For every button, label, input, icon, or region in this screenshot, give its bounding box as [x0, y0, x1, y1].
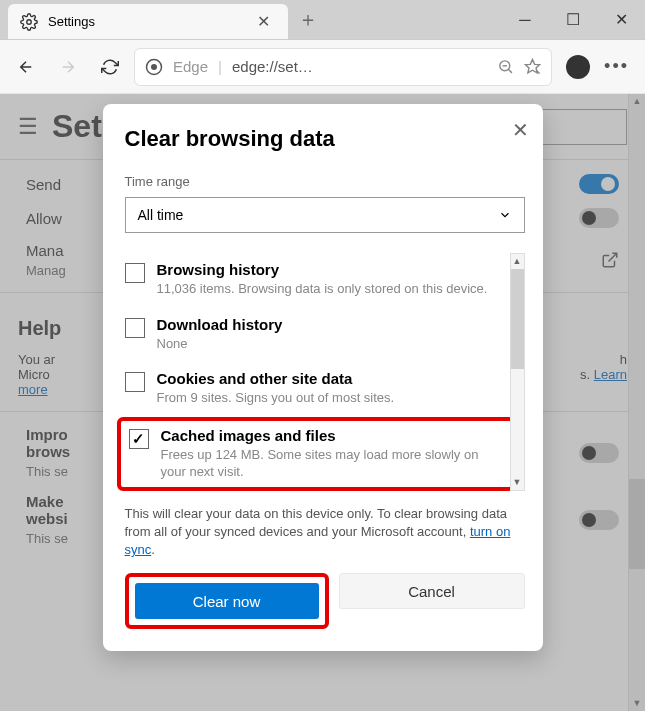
svg-point-0	[27, 19, 32, 24]
forward-button	[50, 49, 86, 85]
refresh-button[interactable]	[92, 49, 128, 85]
new-tab-button[interactable]: ＋	[288, 0, 328, 39]
address-protocol: Edge	[173, 58, 208, 75]
checkbox-cached-images[interactable]	[129, 429, 149, 449]
time-range-label: Time range	[125, 174, 525, 189]
time-range-select[interactable]: All time	[125, 197, 525, 233]
cookies-item[interactable]: Cookies and other site data From 9 sites…	[125, 362, 507, 417]
gear-icon	[20, 13, 38, 31]
svg-point-2	[151, 64, 157, 70]
checkbox-cookies[interactable]	[125, 372, 145, 392]
profile-avatar[interactable]	[566, 55, 590, 79]
time-range-value: All time	[138, 207, 184, 223]
clear-browsing-data-dialog: ✕ Clear browsing data Time range All tim…	[103, 104, 543, 651]
browser-tab[interactable]: Settings ✕	[8, 4, 288, 39]
svg-line-5	[508, 69, 512, 73]
chevron-down-icon	[498, 208, 512, 222]
address-bar[interactable]: Edge | edge://set…	[134, 48, 552, 86]
checkbox-download-history[interactable]	[125, 318, 145, 338]
disclaimer-text: This will clear your data on this device…	[125, 505, 525, 560]
back-button[interactable]	[8, 49, 44, 85]
cancel-button[interactable]: Cancel	[339, 573, 525, 609]
download-history-item[interactable]: Download history None	[125, 308, 507, 363]
list-scrollbar[interactable]: ▲ ▼	[510, 253, 525, 491]
close-tab-icon[interactable]: ✕	[251, 12, 276, 31]
zoom-out-icon[interactable]	[497, 58, 514, 75]
minimize-button[interactable]: ─	[501, 0, 549, 39]
close-button[interactable]: ✕	[597, 0, 645, 39]
address-url: edge://set…	[232, 58, 313, 75]
tab-title: Settings	[48, 14, 251, 29]
edge-logo-icon	[145, 58, 163, 76]
more-menu[interactable]: •••	[604, 56, 629, 77]
cached-images-item[interactable]: Cached images and files Frees up 124 MB.…	[129, 427, 503, 481]
checkbox-browsing-history[interactable]	[125, 263, 145, 283]
browsing-history-item[interactable]: Browsing history 11,036 items. Browsing …	[125, 253, 507, 308]
clear-now-button[interactable]: Clear now	[135, 583, 319, 619]
maximize-button[interactable]: ☐	[549, 0, 597, 39]
dialog-title: Clear browsing data	[125, 126, 525, 152]
favorite-icon[interactable]	[524, 58, 541, 75]
close-icon[interactable]: ✕	[512, 118, 529, 142]
